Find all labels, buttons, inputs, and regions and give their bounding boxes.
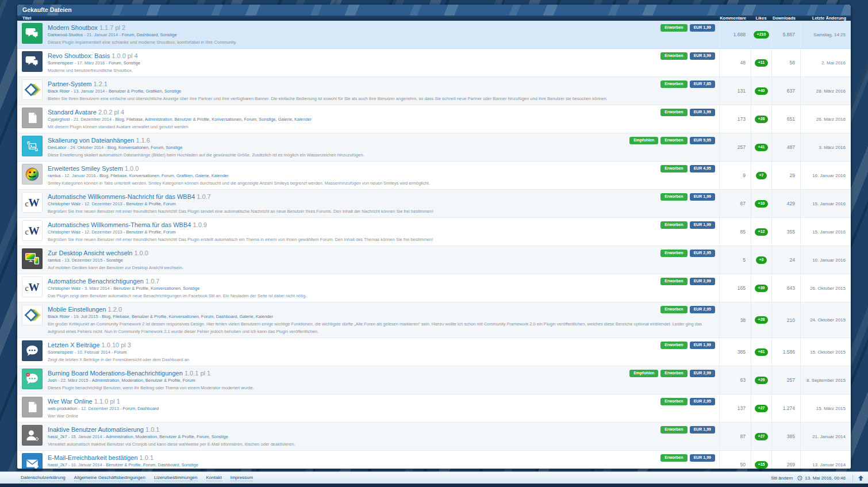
scroll-to-top-button[interactable]	[852, 475, 868, 481]
author-link[interactable]: Black Rider	[48, 314, 70, 319]
category-links[interactable]: Benutzer & Profile, Forum, Dashboard, So…	[106, 462, 198, 467]
author-link[interactable]: Josh	[48, 378, 57, 383]
erworben-badge: Erworben	[660, 454, 687, 462]
category-links[interactable]: Administration, Moderation, Benutzer & P…	[92, 378, 195, 383]
erworben-badge: Erworben	[660, 250, 687, 257]
file-title-link[interactable]: Erweitertes Smiley System	[48, 165, 123, 172]
badge-group: ErworbenEUR 7,85	[660, 80, 715, 88]
file-title-link[interactable]: Modern Shoutbox	[48, 24, 98, 31]
file-list: Modern Shoutbox 1.1.7 pl 2 Darkwood-Stud…	[17, 21, 851, 469]
comments-count: 1.688	[719, 21, 751, 48]
author-link[interactable]: Christopher Walz	[48, 229, 80, 235]
price-badge: EUR 1,99	[690, 221, 715, 229]
likes-cell: +11	[751, 49, 771, 76]
price-badge: EUR 2,95	[690, 250, 715, 257]
file-title-link[interactable]: Burning Board Moderations-Benachrichtigu…	[48, 370, 183, 377]
file-title-link[interactable]: Letzten X Beiträge	[48, 342, 100, 348]
footer-link[interactable]: Lizenzbestimmungen	[154, 475, 198, 481]
file-title-link[interactable]: Automatische Benachrichtigungen	[48, 278, 144, 285]
category-links[interactable]: Forum, Dashboard, Sonstige	[122, 32, 177, 37]
downloads-count: 385	[771, 423, 800, 450]
footer-link[interactable]: Datenschutzerklärung	[21, 475, 66, 481]
category-links[interactable]: Blog, Filebase, Benutzer & Profile, Konv…	[102, 314, 273, 319]
category-links[interactable]: Forum	[114, 350, 127, 355]
file-title-link[interactable]: Standard Avatare	[48, 109, 97, 116]
file-description: Smiley Kategorien können in Tabs unterte…	[48, 179, 715, 187]
change-style-link[interactable]: Stil ändern	[771, 476, 793, 481]
file-row: Revo Shoutbox: Basis 1.0.0 pl 4 Sonnensp…	[17, 49, 851, 77]
author-link[interactable]: Sonnenspeer	[48, 350, 74, 355]
file-version: 2.0.2 pl 4	[98, 109, 124, 116]
file-date: - 21. Dezember 2014 -	[70, 117, 115, 122]
category-links[interactable]: Benutzer & Profile, Forum	[126, 201, 175, 206]
file-title-link[interactable]: Mobile Einstellungen	[48, 306, 106, 313]
author-link[interactable]: Christopher Walz	[48, 201, 80, 206]
downloads-count: 257	[771, 366, 800, 394]
file-title-link[interactable]: Automatisches Willkommens-Thema für das …	[48, 221, 191, 228]
comments-count: 173	[719, 105, 751, 133]
author-link[interactable]: hassl_2k7	[48, 434, 67, 439]
file-date: - 17. März 2016 -	[74, 60, 109, 66]
author-link[interactable]: Cyperghost	[48, 117, 70, 122]
author-link[interactable]: Christopher Walz	[48, 286, 80, 291]
file-title-link[interactable]: Automatische Willkommens-Nachricht für d…	[48, 193, 195, 200]
author-link[interactable]: Darkwood-Studios	[48, 32, 83, 37]
empfohlen-badge: Empfohlen	[629, 370, 658, 377]
category-links[interactable]: Blog, Konversationen, Forum, Sonstige	[107, 145, 183, 150]
author-link[interactable]: Sonnenspeer	[48, 60, 74, 66]
file-title-link[interactable]: Skalierung von Dateianhängen	[48, 137, 134, 144]
file-title-link[interactable]: E-Mail-Erreichbarkeit bestätigen	[48, 454, 138, 461]
author-link[interactable]: Black Rider	[48, 89, 70, 94]
file-description: Zeigt die letzten X Beiträge in der Fore…	[48, 356, 715, 363]
file-meta: Christopher Walz - 3. März 2014 - Benutz…	[48, 285, 715, 292]
file-title-link[interactable]: Zur Desktop Ansicht wechseln	[48, 250, 132, 256]
last-change: 2. Mai 2016	[800, 49, 851, 76]
file-row: Partner-System 1.2.1 Black Rider - 13. J…	[17, 77, 851, 105]
category-links[interactable]: Benutzer & Profile, Forum	[126, 229, 175, 235]
file-text: Standard Avatare 2.0.2 pl 4 Cyperghost -…	[48, 108, 715, 131]
downloads-count: 843	[771, 274, 800, 302]
category-links[interactable]: Sonstige	[106, 258, 123, 263]
downloads-count: 29	[771, 162, 800, 189]
author-link[interactable]: hassl_2k7	[48, 462, 67, 467]
file-row: Skalierung von Dateianhängen 1.1.6 DevLa…	[17, 133, 851, 162]
author-link[interactable]: ramlus	[48, 173, 61, 178]
author-link[interactable]: web-produktion	[48, 406, 77, 411]
file-icon	[22, 397, 43, 417]
file-title-link[interactable]: Revo Shoutbox: Basis	[48, 52, 110, 59]
last-change: 13. Januar 2014	[800, 451, 851, 469]
category-links[interactable]: Blog, Filebase, Konversationen, Forum, G…	[99, 173, 229, 178]
category-links[interactable]: Forum, Dashboard	[123, 406, 159, 411]
content-wrap: Gekaufte Dateien Titel Kommentare Likes …	[0, 0, 868, 471]
erworben-badge: Erworben	[660, 109, 687, 116]
category-links[interactable]: Forum, Sonstige	[109, 60, 140, 66]
file-main-cell: Inaktive Benutzer Automatisierung 1.0.1 …	[17, 423, 719, 450]
badge-group: ErworbenEUR 2,95	[660, 250, 715, 257]
table-header: Titel Kommentare Likes Downloads Letzte …	[17, 16, 851, 21]
author-link[interactable]: DevLabor	[48, 145, 67, 150]
footer-link[interactable]: Allgemeine Geschäftsbedingungen	[74, 475, 145, 481]
category-links[interactable]: Administration, Moderation, Benutzer & P…	[106, 434, 228, 439]
footer-link[interactable]: Kontakt	[206, 475, 222, 481]
column-letzte-aenderung: Letzte Änderung	[800, 16, 851, 21]
column-titel: Titel	[17, 16, 719, 21]
file-text: Revo Shoutbox: Basis 1.0.0 pl 4 Sonnensp…	[48, 51, 715, 74]
cw-icon: cW	[22, 277, 43, 297]
file-date: - 24. Oktober 2014 -	[67, 145, 107, 150]
file-version: 1.1.0 pl 1	[94, 398, 120, 405]
likes-cell: +41	[751, 133, 771, 161]
erworben-badge: Erworben	[660, 52, 687, 60]
footer-link[interactable]: Impressum	[231, 475, 254, 481]
category-links[interactable]: Benutzer & Profile, Grafiken, Sonstige	[109, 89, 181, 94]
file-title-link[interactable]: Partner-System	[48, 80, 91, 87]
file-title-link[interactable]: Inaktive Benutzer Automatisierung	[48, 426, 144, 433]
file-version: 1.0.0	[125, 165, 139, 172]
author-link[interactable]: ramlus	[48, 258, 61, 263]
file-title-link[interactable]: Wer War Online	[48, 398, 93, 405]
file-main-cell: Mobile Einstellungen 1.2.0 Black Rider -…	[17, 302, 719, 338]
file-text: Automatische Willkommens-Nachricht für d…	[48, 192, 715, 215]
comments-count: 165	[719, 274, 751, 302]
category-links[interactable]: Blog, Filebase, Administration, Benutzer…	[116, 117, 312, 122]
file-main-cell: Erweitertes Smiley System 1.0.0 ramlus -…	[17, 162, 719, 189]
category-links[interactable]: Benutzer & Profile, Konversationen, Sons…	[113, 286, 199, 291]
